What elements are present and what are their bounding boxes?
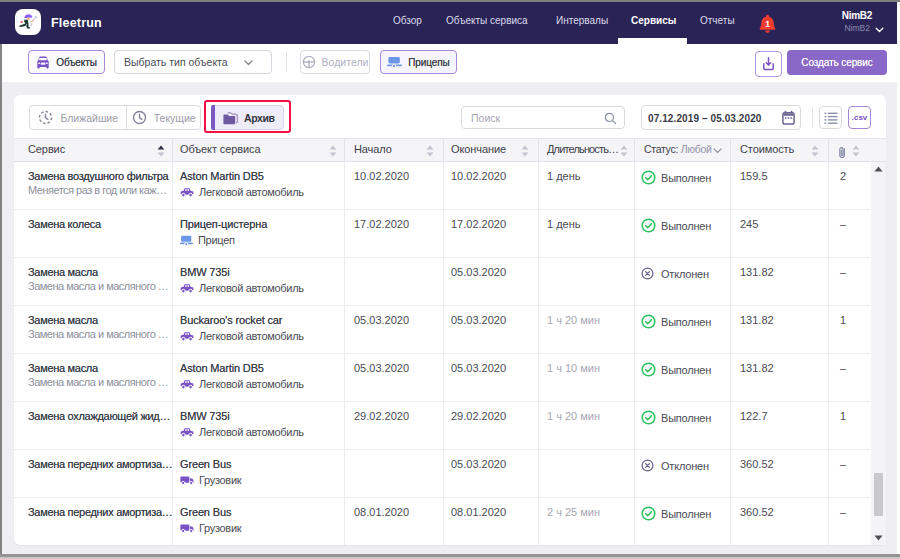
svg-text:1: 1	[765, 19, 770, 29]
